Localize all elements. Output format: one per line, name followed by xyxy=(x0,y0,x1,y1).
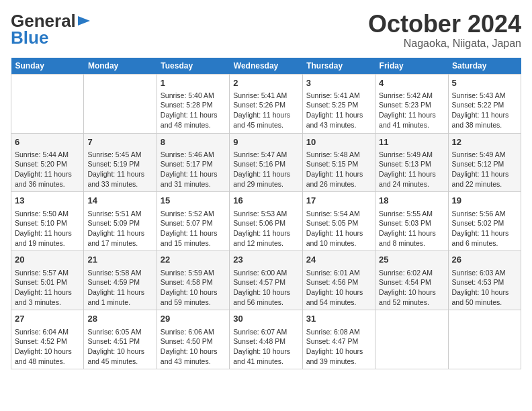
day-number: 13 xyxy=(15,195,80,207)
header-friday: Friday xyxy=(375,58,448,75)
table-row: 22Sunrise: 5:59 AMSunset: 4:58 PMDayligh… xyxy=(157,251,229,310)
day-number: 8 xyxy=(161,136,226,148)
day-detail: Sunrise: 5:48 AMSunset: 5:15 PMDaylight:… xyxy=(306,150,371,189)
table-row: 12Sunrise: 5:49 AMSunset: 5:12 PMDayligh… xyxy=(448,133,521,192)
day-number: 29 xyxy=(161,313,226,325)
day-number: 25 xyxy=(379,254,444,266)
calendar-title: October 2024 xyxy=(368,11,521,38)
day-detail: Sunrise: 5:46 AMSunset: 5:17 PMDaylight:… xyxy=(161,150,226,189)
header-monday: Monday xyxy=(84,58,157,75)
title-block: October 2024 Nagaoka, Niigata, Japan xyxy=(368,11,521,50)
table-row: 18Sunrise: 5:55 AMSunset: 5:03 PMDayligh… xyxy=(375,192,448,251)
day-detail: Sunrise: 5:50 AMSunset: 5:10 PMDaylight:… xyxy=(15,209,80,248)
table-row: 25Sunrise: 6:02 AMSunset: 4:54 PMDayligh… xyxy=(375,251,448,310)
day-number: 2 xyxy=(233,77,298,89)
calendar-body: 1Sunrise: 5:40 AMSunset: 5:28 PMDaylight… xyxy=(11,74,521,369)
table-row: 23Sunrise: 6:00 AMSunset: 4:57 PMDayligh… xyxy=(230,251,302,310)
day-number: 27 xyxy=(15,313,80,325)
calendar-header: Sunday Monday Tuesday Wednesday Thursday… xyxy=(11,58,521,75)
table-row: 9Sunrise: 5:47 AMSunset: 5:16 PMDaylight… xyxy=(230,133,302,192)
day-number: 6 xyxy=(15,136,80,148)
header-wednesday: Wednesday xyxy=(230,58,302,75)
table-row: 28Sunrise: 6:05 AMSunset: 4:51 PMDayligh… xyxy=(84,310,157,369)
table-row: 4Sunrise: 5:42 AMSunset: 5:23 PMDaylight… xyxy=(375,74,448,133)
day-number: 19 xyxy=(452,195,517,207)
day-number: 4 xyxy=(379,77,444,89)
day-detail: Sunrise: 6:01 AMSunset: 4:56 PMDaylight:… xyxy=(306,268,371,308)
day-number: 9 xyxy=(233,136,298,148)
day-number: 11 xyxy=(379,136,444,148)
day-detail: Sunrise: 5:49 AMSunset: 5:12 PMDaylight:… xyxy=(452,150,517,189)
day-number: 20 xyxy=(15,254,80,266)
table-row: 7Sunrise: 5:45 AMSunset: 5:19 PMDaylight… xyxy=(84,133,157,192)
table-row: 16Sunrise: 5:53 AMSunset: 5:06 PMDayligh… xyxy=(230,192,302,251)
day-number: 15 xyxy=(161,195,226,207)
day-number: 31 xyxy=(306,313,371,325)
table-row: 13Sunrise: 5:50 AMSunset: 5:10 PMDayligh… xyxy=(11,192,84,251)
table-row: 31Sunrise: 6:08 AMSunset: 4:47 PMDayligh… xyxy=(302,310,375,369)
day-number: 18 xyxy=(379,195,444,207)
table-row: 10Sunrise: 5:48 AMSunset: 5:15 PMDayligh… xyxy=(302,133,375,192)
table-row: 1Sunrise: 5:40 AMSunset: 5:28 PMDaylight… xyxy=(157,74,229,133)
day-detail: Sunrise: 5:56 AMSunset: 5:02 PMDaylight:… xyxy=(452,209,517,248)
day-detail: Sunrise: 5:57 AMSunset: 5:01 PMDaylight:… xyxy=(15,268,80,308)
day-detail: Sunrise: 6:03 AMSunset: 4:53 PMDaylight:… xyxy=(452,268,517,308)
day-detail: Sunrise: 5:43 AMSunset: 5:22 PMDaylight:… xyxy=(452,91,517,130)
calendar-subtitle: Nagaoka, Niigata, Japan xyxy=(368,38,521,50)
table-row: 5Sunrise: 5:43 AMSunset: 5:22 PMDaylight… xyxy=(448,74,521,133)
day-detail: Sunrise: 5:58 AMSunset: 4:59 PMDaylight:… xyxy=(87,268,152,308)
table-row: 8Sunrise: 5:46 AMSunset: 5:17 PMDaylight… xyxy=(157,133,229,192)
day-detail: Sunrise: 6:08 AMSunset: 4:47 PMDaylight:… xyxy=(306,327,371,367)
table-row: 30Sunrise: 6:07 AMSunset: 4:48 PMDayligh… xyxy=(230,310,302,369)
day-detail: Sunrise: 5:52 AMSunset: 5:07 PMDaylight:… xyxy=(161,209,226,248)
page-header: General Blue October 2024 Nagaoka, Niiga… xyxy=(11,11,521,50)
table-row: 27Sunrise: 6:04 AMSunset: 4:52 PMDayligh… xyxy=(11,310,84,369)
day-number: 21 xyxy=(87,254,152,266)
day-number: 26 xyxy=(452,254,517,266)
day-detail: Sunrise: 5:49 AMSunset: 5:13 PMDaylight:… xyxy=(379,150,444,189)
day-detail: Sunrise: 5:45 AMSunset: 5:19 PMDaylight:… xyxy=(87,150,152,189)
day-number: 16 xyxy=(233,195,298,207)
day-number: 3 xyxy=(306,77,371,89)
day-detail: Sunrise: 5:55 AMSunset: 5:03 PMDaylight:… xyxy=(379,209,444,248)
table-row xyxy=(11,74,84,133)
header-thursday: Thursday xyxy=(302,58,375,75)
table-row: 24Sunrise: 6:01 AMSunset: 4:56 PMDayligh… xyxy=(302,251,375,310)
table-row: 6Sunrise: 5:44 AMSunset: 5:20 PMDaylight… xyxy=(11,133,84,192)
day-detail: Sunrise: 5:41 AMSunset: 5:26 PMDaylight:… xyxy=(233,91,298,130)
day-detail: Sunrise: 5:54 AMSunset: 5:05 PMDaylight:… xyxy=(306,209,371,248)
day-number: 10 xyxy=(306,136,371,148)
calendar-table: Sunday Monday Tuesday Wednesday Thursday… xyxy=(11,58,521,370)
day-detail: Sunrise: 6:04 AMSunset: 4:52 PMDaylight:… xyxy=(15,327,80,367)
table-row: 14Sunrise: 5:51 AMSunset: 5:09 PMDayligh… xyxy=(84,192,157,251)
table-row: 2Sunrise: 5:41 AMSunset: 5:26 PMDaylight… xyxy=(230,74,302,133)
day-detail: Sunrise: 6:06 AMSunset: 4:50 PMDaylight:… xyxy=(161,327,226,367)
day-number: 7 xyxy=(87,136,152,148)
day-detail: Sunrise: 5:51 AMSunset: 5:09 PMDaylight:… xyxy=(87,209,152,248)
day-detail: Sunrise: 5:40 AMSunset: 5:28 PMDaylight:… xyxy=(161,91,226,130)
day-number: 12 xyxy=(452,136,517,148)
header-tuesday: Tuesday xyxy=(157,58,229,75)
day-number: 22 xyxy=(161,254,226,266)
day-detail: Sunrise: 5:42 AMSunset: 5:23 PMDaylight:… xyxy=(379,91,444,130)
table-row: 3Sunrise: 5:41 AMSunset: 5:25 PMDaylight… xyxy=(302,74,375,133)
table-row: 17Sunrise: 5:54 AMSunset: 5:05 PMDayligh… xyxy=(302,192,375,251)
header-sunday: Sunday xyxy=(11,58,84,75)
table-row: 19Sunrise: 5:56 AMSunset: 5:02 PMDayligh… xyxy=(448,192,521,251)
table-row: 29Sunrise: 6:06 AMSunset: 4:50 PMDayligh… xyxy=(157,310,229,369)
day-detail: Sunrise: 5:47 AMSunset: 5:16 PMDaylight:… xyxy=(233,150,298,189)
day-number: 17 xyxy=(306,195,371,207)
day-detail: Sunrise: 6:02 AMSunset: 4:54 PMDaylight:… xyxy=(379,268,444,308)
table-row: 21Sunrise: 5:58 AMSunset: 4:59 PMDayligh… xyxy=(84,251,157,310)
table-row: 15Sunrise: 5:52 AMSunset: 5:07 PMDayligh… xyxy=(157,192,229,251)
day-detail: Sunrise: 5:44 AMSunset: 5:20 PMDaylight:… xyxy=(15,150,80,189)
table-row: 11Sunrise: 5:49 AMSunset: 5:13 PMDayligh… xyxy=(375,133,448,192)
header-saturday: Saturday xyxy=(448,58,521,75)
day-detail: Sunrise: 5:59 AMSunset: 4:58 PMDaylight:… xyxy=(161,268,226,308)
table-row xyxy=(84,74,157,133)
table-row: 26Sunrise: 6:03 AMSunset: 4:53 PMDayligh… xyxy=(448,251,521,310)
logo-blue: Blue xyxy=(11,28,48,48)
day-detail: Sunrise: 5:53 AMSunset: 5:06 PMDaylight:… xyxy=(233,209,298,248)
day-number: 14 xyxy=(87,195,152,207)
table-row: 20Sunrise: 5:57 AMSunset: 5:01 PMDayligh… xyxy=(11,251,84,310)
